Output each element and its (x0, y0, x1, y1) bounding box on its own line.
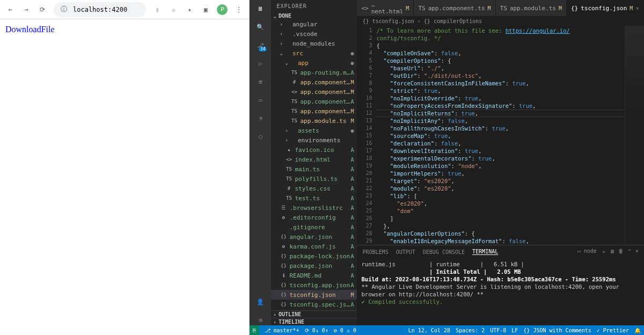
tree-row[interactable]: ℹREADME.mdA (271, 271, 357, 280)
settings-icon[interactable]: ⚙ (255, 315, 266, 325)
tree-row[interactable]: ›.vscode (271, 29, 357, 39)
lang-status[interactable]: {} JSON with Comments (523, 327, 591, 333)
new-terminal-icon[interactable]: ＋ (601, 248, 606, 256)
tree-row[interactable]: {}tsconfig.app.jsonA (271, 280, 357, 290)
tree-row[interactable]: ⌄src● (271, 48, 357, 58)
extensions-icon[interactable]: ✦ (185, 5, 194, 14)
editor-group: <>…nent.htmlMTSapp.component.tsMTSapp.mo… (357, 0, 644, 325)
vscode-window: 🗎 🔍 ⎇34 ▷ ⊞ ▭ ⚗ ◯ 👤 ⚙ EXPLORER ⌄DONE ›an… (250, 0, 644, 335)
eol-status[interactable]: LF (511, 327, 518, 333)
maximize-panel-icon[interactable]: ⌃ (628, 248, 631, 256)
close-tab-icon[interactable]: × (635, 5, 639, 12)
kill-terminal-icon[interactable]: 🗑 (618, 248, 624, 256)
status-bar: ⎘ ⎇ master*+ ⟳ 0↓ 0↑ ⊘ 0 ⚠ 0 Ln 12, Col … (250, 325, 644, 335)
panel-tab-output[interactable]: OUTPUT (396, 249, 415, 255)
tree-row[interactable]: ›assets● (271, 126, 357, 135)
editor-tabs: <>…nent.htmlMTSapp.component.tsMTSapp.mo… (357, 0, 644, 16)
editor-area[interactable]: 1234567891011121314151617181920212223242… (357, 26, 644, 245)
tree-row[interactable]: <>index.htmlA (271, 155, 357, 164)
outline-header[interactable]: ›OUTLINE (271, 310, 357, 318)
close-panel-icon[interactable]: × (635, 248, 639, 256)
prettier-status[interactable]: ✓ Prettier (597, 327, 629, 333)
indent-status[interactable]: Spaces: 2 (456, 327, 485, 333)
tree-row[interactable]: ⌄app● (271, 58, 357, 68)
tree-row[interactable]: {}angular.jsonA (271, 232, 357, 242)
tree-row[interactable]: ★favicon.icoA (271, 145, 357, 155)
testing-icon[interactable]: ⚗ (255, 113, 266, 123)
panel-icon[interactable]: ▣ (201, 5, 210, 14)
accounts-icon[interactable]: 👤 (255, 296, 266, 307)
address-bar[interactable]: ⓘ localhost:4200 (54, 2, 146, 17)
explorer-icon[interactable]: 🗎 (255, 3, 266, 14)
encoding-status[interactable]: UTF-8 (490, 327, 506, 333)
tree-row[interactable]: ⚙.editorconfigA (271, 213, 357, 222)
panel-tabs: PROBLEMSOUTPUTDEBUG CONSOLETERMINAL ▭ no… (357, 245, 644, 258)
tree-row[interactable]: {}package-lock.jsonA (271, 251, 357, 261)
sidebar-explorer: EXPLORER ⌄DONE ›angular›.vscode›node_mod… (271, 0, 357, 325)
search-icon[interactable]: 🔍 (255, 21, 266, 32)
line-gutter: 1234567891011121314151617181920212223242… (357, 26, 376, 245)
editor-tab[interactable]: TSapp.component.tsM (414, 0, 495, 16)
github-icon[interactable]: ◯ (255, 131, 266, 142)
browser-window: ← → ⟳ ⓘ localhost:4200 ⇪ ☆ ✦ ▣ P ⋮ Downl… (0, 0, 250, 335)
profile-avatar[interactable]: P (217, 4, 228, 15)
panel-tab-debug-console[interactable]: DEBUG CONSOLE (423, 249, 465, 255)
panel-tab-problems[interactable]: PROBLEMS (362, 249, 388, 255)
editor-tab[interactable]: TSapp.module.tsM (496, 0, 567, 16)
file-tree: ›angular›.vscode›node_modules⌄src●⌄app●T… (271, 19, 357, 310)
code-content[interactable]: /* To learn more about this file see: ht… (376, 26, 625, 245)
panel-tab-terminal[interactable]: TERMINAL (472, 249, 498, 255)
panel-actions: ▭ node ＋ ▥ 🗑 ⌃ × (577, 248, 639, 256)
breadcrumb[interactable]: {} tsconfig.json › {} compilerOptions (357, 16, 644, 26)
run-debug-icon[interactable]: ▷ (255, 58, 266, 69)
tree-row[interactable]: <>app.component.htmlM (271, 87, 357, 97)
cursor-position[interactable]: Ln 12, Col 28 (408, 327, 450, 333)
tree-row[interactable]: ☰.browserslistrcA (271, 203, 357, 213)
split-terminal-icon[interactable]: ▥ (611, 248, 614, 256)
download-file-link[interactable]: DownloadFile (5, 25, 55, 34)
tree-row[interactable]: {}package.jsonA (271, 261, 357, 271)
tree-row[interactable]: {}tsconfig.jsonM (271, 290, 357, 300)
remote-icon[interactable]: ▭ (255, 94, 266, 105)
bottom-panel: PROBLEMSOUTPUTDEBUG CONSOLETERMINAL ▭ no… (357, 245, 644, 325)
tree-row[interactable]: TSapp.component.tsM (271, 106, 357, 116)
share-icon[interactable]: ⇪ (152, 5, 162, 14)
bookmark-icon[interactable]: ☆ (169, 5, 178, 14)
project-header[interactable]: ⌄DONE (271, 12, 357, 19)
terminal-output[interactable]: runtime.js | runtime | 6.51 kB | | Initi… (357, 258, 644, 325)
tree-row[interactable]: .gitignoreA (271, 222, 357, 232)
tree-row[interactable]: TSpolyfills.tsA (271, 174, 357, 184)
remote-indicator[interactable]: ⎘ (250, 325, 259, 335)
tree-row[interactable]: #app.component.cssM (271, 77, 357, 87)
extensions-icon[interactable]: ⊞ (255, 76, 266, 87)
forward-button[interactable]: → (21, 5, 31, 14)
explorer-title: EXPLORER (271, 0, 357, 12)
minimap[interactable] (625, 26, 644, 245)
tree-row[interactable]: {}tsconfig.spec.jsonA (271, 300, 357, 309)
tree-row[interactable]: TSapp-routing.module.tsA (271, 68, 357, 77)
reload-button[interactable]: ⟳ (38, 5, 47, 14)
notifications-icon[interactable]: 🔔 (634, 327, 641, 333)
editor-tab[interactable]: {}tsconfig.jsonM× (567, 0, 644, 16)
tree-row[interactable]: TSmain.tsA (271, 164, 357, 174)
editor-tab[interactable]: <>…nent.htmlM (357, 0, 414, 16)
git-sync[interactable]: ⟳ 0↓ 0↑ (305, 327, 328, 333)
tree-row[interactable]: ⚙karma.conf.jsA (271, 242, 357, 251)
info-icon: ⓘ (59, 5, 69, 14)
back-button[interactable]: ← (5, 5, 15, 14)
tree-row[interactable]: #styles.cssA (271, 184, 357, 193)
tree-row[interactable]: ›environments (271, 135, 357, 145)
tree-row[interactable]: TSapp.module.tsM (271, 116, 357, 126)
source-control-icon[interactable]: ⎇34 (255, 40, 266, 50)
terminal-select[interactable]: ▭ node (577, 248, 597, 256)
git-branch[interactable]: ⎇ master*+ (265, 327, 299, 333)
browser-viewport: DownloadFile (0, 19, 249, 335)
tree-row[interactable]: ›node_modules (271, 39, 357, 48)
tree-row[interactable]: TSapp.component.spec.tsA (271, 97, 357, 106)
activity-bar: 🗎 🔍 ⎇34 ▷ ⊞ ▭ ⚗ ◯ 👤 ⚙ (250, 0, 271, 325)
problems-status[interactable]: ⊘ 0 ⚠ 0 (334, 327, 356, 333)
menu-icon[interactable]: ⋮ (234, 5, 244, 14)
tree-row[interactable]: TStest.tsA (271, 193, 357, 203)
timeline-header[interactable]: ›TIMELINE (271, 318, 357, 325)
tree-row[interactable]: ›angular (271, 19, 357, 29)
